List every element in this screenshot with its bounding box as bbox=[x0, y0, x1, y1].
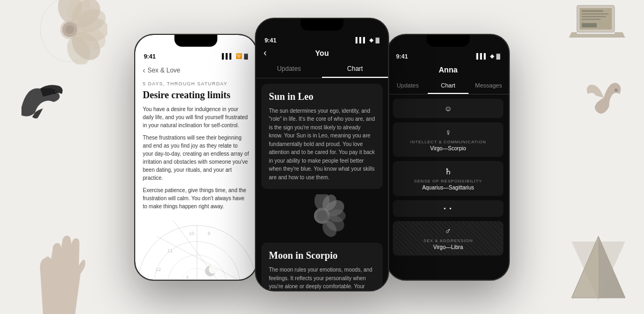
svg-rect-20 bbox=[582, 23, 597, 27]
svg-text:11: 11 bbox=[167, 248, 173, 253]
sun-leo-title: Sun in Leo bbox=[269, 91, 375, 103]
date-tag: 5 DAYS, THROUGH SATURDAY bbox=[135, 79, 257, 89]
tab-chart-right[interactable]: Chart bbox=[428, 78, 468, 94]
svg-point-21 bbox=[614, 89, 618, 92]
svg-line-25 bbox=[598, 236, 612, 298]
wifi-icon-c: ◈ bbox=[369, 37, 374, 43]
astro-chart-svg: 10 9 11 12 ♀ ↑ bbox=[135, 215, 257, 279]
body-paragraph-3: Exercise patience, give things time, and… bbox=[143, 186, 249, 210]
notch-center bbox=[301, 19, 343, 31]
battery-icon: ▓ bbox=[244, 53, 248, 59]
flower-svg bbox=[287, 194, 357, 237]
svg-point-4 bbox=[77, 18, 107, 41]
center-title: You bbox=[315, 49, 328, 57]
astro-chart-area: 10 9 11 12 ♀ ↑ bbox=[135, 215, 257, 279]
svg-text:♀: ♀ bbox=[185, 274, 189, 279]
battery-icon-r: ▓ bbox=[496, 53, 500, 59]
hand-decoration bbox=[21, 228, 86, 314]
svg-marker-26 bbox=[572, 242, 625, 301]
intellect-symbol: ♀ bbox=[445, 128, 451, 137]
tab-messages-right[interactable]: Messages bbox=[469, 78, 509, 94]
center-back-button[interactable]: ‹ bbox=[264, 47, 267, 59]
svg-marker-23 bbox=[598, 236, 625, 298]
mars-symbol: ♂ bbox=[445, 227, 451, 236]
svg-point-47 bbox=[328, 209, 346, 222]
intellect-range: Virgo—Scorpio bbox=[430, 145, 466, 151]
wifi-icon: 🛜 bbox=[236, 53, 242, 59]
right-scroll-content: ☺ ♀ INTELLECT & COMMUNICATION Virgo—Scor… bbox=[387, 94, 509, 280]
bird-left-decoration bbox=[11, 75, 70, 123]
responsibility-label: SENSE OF RESPONSIBILITY bbox=[414, 179, 482, 184]
svg-rect-18 bbox=[582, 16, 606, 17]
astro-item-dots: • • bbox=[393, 200, 503, 217]
mars-range: Virgo—Libra bbox=[433, 244, 463, 250]
tab-updates-right[interactable]: Updates bbox=[387, 78, 428, 94]
mars-label: SEX & AGGRESSION bbox=[423, 238, 473, 243]
svg-rect-17 bbox=[582, 13, 609, 14]
right-header: Anna bbox=[387, 62, 509, 78]
moon-scorpio-title: Moon in Scorpio bbox=[269, 250, 375, 261]
wifi-icon-r: ◈ bbox=[490, 53, 494, 59]
responsibility-symbol: ♄ bbox=[444, 166, 452, 177]
notch-right bbox=[427, 35, 470, 47]
svg-point-1 bbox=[60, 20, 79, 39]
screen-center: 9:41 ▌▌▌ ◈ ▓ ‹ You Updates Chart bbox=[256, 19, 388, 290]
dots-symbol: • • bbox=[444, 206, 452, 211]
article-title: Desire creating limits bbox=[135, 89, 257, 106]
svg-marker-22 bbox=[572, 236, 625, 298]
svg-point-7 bbox=[73, 5, 107, 36]
back-chevron: ‹ bbox=[143, 66, 145, 75]
center-scroll-content: Sun in Leo The sun determines your ego, … bbox=[256, 78, 388, 290]
left-nav[interactable]: ‹ Sex & Love bbox=[135, 62, 257, 79]
svg-rect-19 bbox=[582, 19, 601, 20]
signal-icon-r: ▌▌▌ bbox=[476, 53, 487, 59]
sun-leo-card: Sun in Leo The sun determines your ego, … bbox=[261, 84, 383, 189]
svg-marker-24 bbox=[598, 236, 625, 298]
phone-right: 9:41 ▌▌▌ ◈ ▓ Anna Updates Chart Messages bbox=[386, 34, 510, 281]
tab-chart-center[interactable]: Chart bbox=[322, 61, 388, 78]
svg-rect-14 bbox=[577, 5, 614, 32]
notch-left bbox=[174, 35, 217, 47]
moon-scorpio-card: Moon in Scorpio The moon rules your emot… bbox=[261, 243, 383, 290]
svg-point-10 bbox=[62, 22, 77, 37]
signal-icon: ▌▌▌ bbox=[222, 53, 233, 59]
right-tabs: Updates Chart Messages bbox=[387, 78, 509, 94]
center-header: ‹ You bbox=[256, 46, 388, 61]
center-tabs: Updates Chart bbox=[256, 61, 388, 78]
svg-point-5 bbox=[67, 26, 106, 64]
status-icons-left: ▌▌▌ 🛜 ▓ bbox=[222, 53, 248, 59]
status-icons-center: ▌▌▌ ◈ ▓ bbox=[355, 37, 379, 43]
status-icons-right: ▌▌▌ ◈ ▓ bbox=[476, 53, 500, 59]
svg-point-49 bbox=[317, 210, 327, 221]
responsibility-range: Aquarius—Sagittarius bbox=[422, 185, 474, 191]
svg-point-13 bbox=[55, 91, 56, 92]
svg-point-8 bbox=[73, 23, 107, 54]
astro-item-intellect: ♀ INTELLECT & COMMUNICATION Virgo—Scorpi… bbox=[393, 122, 503, 157]
pyramid-decoration bbox=[569, 233, 628, 303]
phone-left: 9:41 ▌▌▌ 🛜 ▓ ‹ Sex & Love 5 DAYS, THROUG… bbox=[134, 34, 258, 281]
status-bar-center: 9:41 ▌▌▌ ◈ ▓ bbox=[256, 31, 388, 46]
status-bar-left: 9:41 ▌▌▌ 🛜 ▓ bbox=[135, 47, 257, 62]
svg-rect-15 bbox=[580, 8, 612, 30]
sun-leo-text: The sun determines your ego, identity, a… bbox=[269, 107, 375, 182]
svg-point-11 bbox=[65, 25, 74, 34]
body-paragraph-2: These frustrations will see their beginn… bbox=[143, 134, 249, 182]
time-left: 9:41 bbox=[144, 53, 156, 60]
svg-point-2 bbox=[58, 0, 82, 23]
astro-item-smiley: ☺ bbox=[393, 99, 503, 118]
svg-text:9: 9 bbox=[208, 231, 210, 236]
signal-icon-c: ▌▌▌ bbox=[355, 37, 367, 43]
svg-point-12 bbox=[53, 91, 56, 94]
flower-image bbox=[256, 194, 388, 237]
astro-item-responsibility: ♄ SENSE OF RESPONSIBILITY Aquarius—Sagit… bbox=[393, 161, 503, 196]
screen-left: 9:41 ▌▌▌ 🛜 ▓ ‹ Sex & Love 5 DAYS, THROUG… bbox=[135, 35, 257, 280]
bird-right-decoration bbox=[580, 75, 628, 121]
right-title: Anna bbox=[439, 65, 458, 74]
time-right: 9:41 bbox=[396, 53, 408, 60]
svg-point-9 bbox=[63, 33, 94, 64]
status-bar-right: 9:41 ▌▌▌ ◈ ▓ bbox=[387, 47, 509, 62]
svg-point-3 bbox=[67, 0, 106, 33]
intellect-label: INTELLECT & COMMUNICATION bbox=[410, 140, 486, 144]
tab-updates-center[interactable]: Updates bbox=[256, 61, 322, 78]
svg-point-6 bbox=[63, 0, 94, 26]
